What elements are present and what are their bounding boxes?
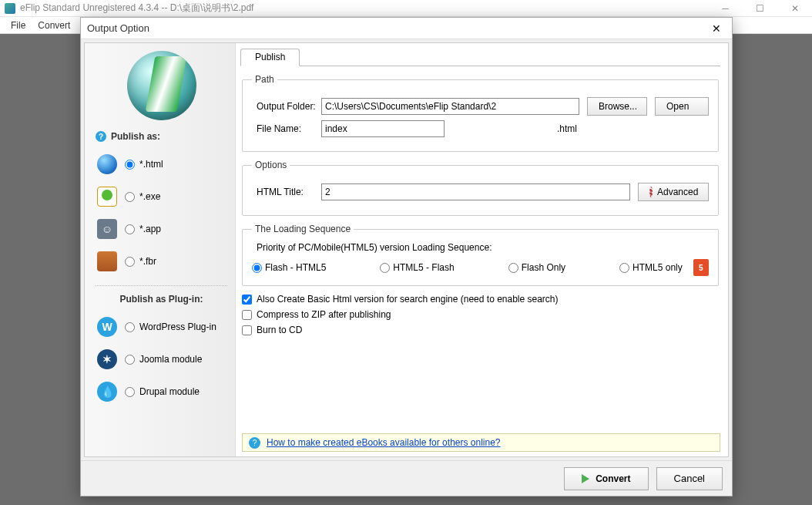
plugin-joomla[interactable]: ✶ Joomla module — [96, 343, 227, 375]
plugin-wordpress-radio[interactable] — [125, 322, 135, 332]
publish-exe-label: *.exe — [139, 191, 160, 202]
path-group: Path Output Folder: Browse... Open File … — [242, 74, 719, 152]
file-name-input[interactable] — [321, 120, 445, 137]
cancel-button[interactable]: Cancel — [656, 467, 723, 490]
file-name-label: File Name: — [252, 123, 321, 134]
loading-opt-html5-only[interactable]: HTML5 only — [619, 262, 683, 273]
menu-file[interactable]: File — [5, 19, 32, 32]
check-compress-box[interactable] — [242, 310, 252, 320]
file-ext-label: .html — [549, 123, 586, 134]
output-option-dialog: Output Option ✕ ? Publish as: *.html *.e… — [80, 17, 733, 497]
html5-icon: 5 — [693, 259, 709, 276]
app-icon-mac — [97, 219, 117, 239]
plugin-heading: Publish as Plug-in: — [96, 294, 227, 305]
help-bar: ? How to make created eBooks available f… — [242, 433, 720, 452]
sidebar-divider — [96, 285, 227, 286]
loading-sequence-group: The Loading Sequence Priority of PC/Mobi… — [242, 224, 719, 286]
open-button[interactable]: Open — [655, 97, 709, 116]
drupal-icon: 💧 — [97, 382, 117, 402]
html-title-input[interactable] — [321, 183, 630, 200]
loading-opt-flash-only[interactable]: Flash Only — [508, 262, 565, 273]
main-panel: Publish Path Output Folder: Browse... Op… — [236, 43, 728, 456]
check-also-create-box[interactable] — [242, 295, 252, 305]
options-legend: Options — [252, 160, 290, 170]
maximize-button[interactable]: ☐ — [743, 0, 777, 17]
loading-label-2: Flash Only — [522, 262, 565, 273]
loading-legend: The Loading Sequence — [252, 224, 354, 234]
publish-app-label: *.app — [139, 224, 161, 234]
dialog-title-bar: Output Option ✕ — [81, 18, 732, 39]
window-close-button[interactable]: ✕ — [777, 0, 812, 17]
loading-label-1: HTML5 - Flash — [393, 262, 454, 273]
window-title: eFlip Standard Unregistered 4.3.4 -- D:\… — [20, 2, 708, 15]
dialog-title: Output Option — [87, 22, 707, 34]
publish-app[interactable]: *.app — [96, 213, 227, 245]
loading-label-0: Flash - HTML5 — [265, 262, 326, 273]
publish-as-label: Publish as: — [111, 131, 160, 142]
publish-fbr-radio[interactable] — [125, 257, 135, 267]
dialog-close-button[interactable]: ✕ — [707, 19, 726, 38]
output-folder-input[interactable] — [321, 98, 579, 115]
publish-as-heading: ? Publish as: — [96, 131, 227, 142]
check-also-create-label: Also Create Basic Html version for searc… — [257, 294, 559, 305]
check-also-create[interactable]: Also Create Basic Html version for searc… — [242, 294, 719, 305]
publish-html-label: *.html — [139, 159, 163, 170]
tab-publish[interactable]: Publish — [240, 49, 300, 66]
convert-button[interactable]: Convert — [564, 467, 648, 490]
advanced-button[interactable]: Advanced — [638, 183, 709, 201]
loading-radio-2[interactable] — [508, 263, 518, 273]
advanced-label: Advanced — [657, 187, 698, 197]
output-folder-label: Output Folder: — [252, 101, 321, 112]
play-icon — [582, 474, 589, 483]
tab-strip: Publish — [240, 48, 720, 66]
sidebar: ? Publish as: *.html *.exe *.app — [85, 43, 236, 456]
publish-fbr[interactable]: *.fbr — [96, 245, 227, 278]
joomla-icon: ✶ — [97, 349, 117, 369]
publish-html[interactable]: *.html — [96, 148, 227, 180]
plugin-joomla-label: Joomla module — [139, 354, 202, 365]
plugin-joomla-radio[interactable] — [125, 355, 135, 365]
convert-label: Convert — [596, 473, 630, 484]
globe-icon — [97, 154, 117, 174]
plugin-drupal-radio[interactable] — [125, 387, 135, 397]
title-bar: eFlip Standard Unregistered 4.3.4 -- D:\… — [0, 0, 812, 17]
loading-opt-html5-flash[interactable]: HTML5 - Flash — [380, 262, 454, 273]
publish-fbr-label: *.fbr — [139, 256, 156, 267]
html-title-label: HTML Title: — [252, 187, 321, 197]
help-icon[interactable]: ? — [96, 131, 106, 142]
plugin-heading-label: Publish as Plug-in: — [119, 294, 203, 305]
publish-exe-radio[interactable] — [125, 192, 135, 202]
check-compress-label: Compress to ZIP after publishing — [257, 309, 391, 320]
product-logo — [127, 51, 196, 120]
plugin-drupal[interactable]: 💧 Drupal module — [96, 375, 227, 408]
loading-label-3: HTML5 only — [632, 262, 683, 273]
app-icon — [5, 3, 15, 14]
loading-opt-flash-html5[interactable]: Flash - HTML5 — [252, 262, 326, 273]
loading-radio-3[interactable] — [619, 263, 629, 273]
gear-icon — [649, 187, 653, 197]
loading-radio-1[interactable] — [380, 263, 390, 273]
help-link[interactable]: How to make created eBooks available for… — [267, 437, 501, 448]
minimize-button[interactable]: ─ — [708, 0, 743, 17]
wordpress-icon: W — [97, 317, 117, 337]
menu-convert[interactable]: Convert — [32, 19, 76, 32]
check-burn-label: Burn to CD — [257, 325, 302, 335]
browse-button[interactable]: Browse... — [587, 97, 647, 116]
help-icon: ? — [249, 437, 260, 449]
options-group: Options HTML Title: Advanced — [242, 160, 719, 216]
fbr-icon — [97, 251, 117, 271]
publish-app-radio[interactable] — [125, 224, 135, 234]
loading-radio-0[interactable] — [252, 263, 262, 273]
plugin-wordpress[interactable]: W WordPress Plug-in — [96, 311, 227, 343]
path-legend: Path — [252, 74, 277, 85]
check-burn-box[interactable] — [242, 325, 252, 335]
check-burn[interactable]: Burn to CD — [242, 325, 719, 335]
plugin-drupal-label: Drupal module — [139, 386, 200, 397]
loading-heading: Priority of PC/Mobile(HTML5) version Loa… — [252, 242, 709, 253]
publish-exe[interactable]: *.exe — [96, 180, 227, 213]
dialog-footer: Convert Cancel — [81, 460, 732, 496]
check-compress[interactable]: Compress to ZIP after publishing — [242, 309, 719, 320]
publish-html-radio[interactable] — [125, 160, 135, 170]
exe-icon — [97, 187, 117, 207]
plugin-wordpress-label: WordPress Plug-in — [139, 322, 216, 332]
